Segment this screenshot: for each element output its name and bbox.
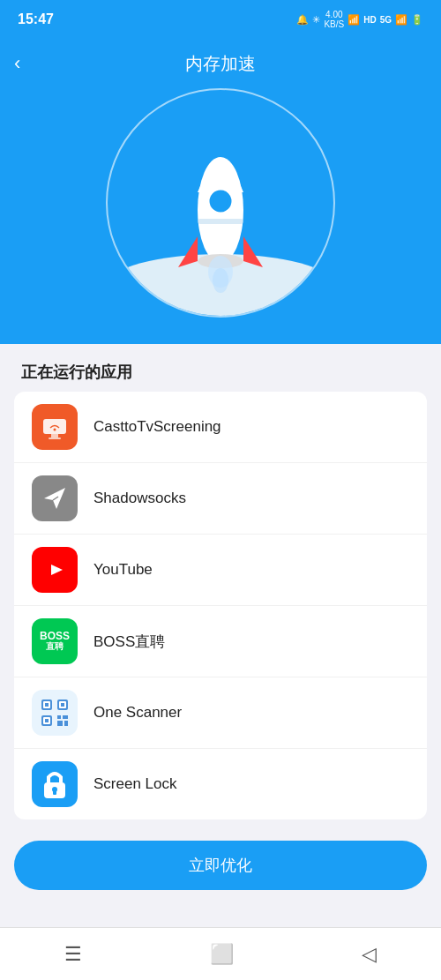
app-item-boss[interactable]: BOSS 直聘 BOSS直聘 — [14, 606, 427, 677]
nav-back-icon[interactable]: ◁ — [362, 943, 377, 966]
app-name-scanner: One Scanner — [93, 704, 182, 722]
network-speed: 4.00KB/S — [324, 10, 344, 29]
app-icon-youtube — [32, 547, 78, 593]
bluetooth-icon: ✳ — [312, 14, 320, 26]
back-button[interactable]: ‹ — [14, 52, 20, 75]
optimize-button[interactable]: 立即优化 — [14, 841, 427, 890]
svg-rect-6 — [198, 219, 243, 224]
svg-rect-9 — [49, 438, 61, 439]
app-name-boss: BOSS直聘 — [93, 632, 165, 652]
hero-circle — [106, 88, 335, 318]
5g-badge: 5G — [380, 15, 392, 25]
app-name-shadowsocks: Shadowsocks — [93, 490, 186, 507]
app-icon-castto — [32, 404, 78, 450]
rocket-container — [168, 131, 273, 298]
nav-home-icon[interactable]: ⬜ — [210, 943, 234, 966]
section-label: 正在运行的应用 — [0, 344, 441, 392]
app-item-youtube[interactable]: YouTube — [14, 535, 427, 606]
status-bar: 15:47 🔔 ✳ 4.00KB/S 📶 HD 5G 📶 🔋 — [0, 0, 441, 39]
svg-point-5 — [213, 268, 228, 293]
app-name-screenlock: Screen Lock — [93, 775, 177, 793]
nav-menu-icon[interactable]: ☰ — [64, 943, 82, 966]
svg-rect-24 — [63, 715, 68, 719]
app-item-scanner[interactable]: One Scanner — [14, 677, 427, 749]
app-icon-scanner — [32, 690, 78, 736]
app-icon-shadowsocks — [32, 475, 78, 521]
svg-rect-22 — [45, 719, 49, 722]
svg-rect-8 — [51, 434, 58, 438]
status-icons: 🔔 ✳ 4.00KB/S 📶 HD 5G 📶 🔋 — [296, 10, 423, 29]
app-list: CasttoTvScreening Shadowsocks YouTube BO… — [14, 392, 427, 819]
bell-icon: 🔔 — [296, 14, 309, 26]
svg-point-10 — [54, 429, 56, 431]
app-icon-screenlock — [32, 761, 78, 807]
svg-rect-29 — [53, 790, 56, 795]
svg-point-2 — [213, 194, 228, 208]
app-icon-boss: BOSS 直聘 — [32, 618, 78, 664]
hd-badge: HD — [363, 15, 376, 25]
svg-rect-26 — [64, 721, 68, 726]
app-name-castto: CasttoTvScreening — [93, 418, 221, 436]
app-item-screenlock[interactable]: Screen Lock — [14, 749, 427, 819]
svg-rect-19 — [61, 703, 64, 707]
svg-rect-23 — [57, 715, 61, 719]
app-name-youtube: YouTube — [93, 561, 153, 579]
svg-rect-16 — [45, 703, 49, 707]
signal-icon: 📶 — [395, 14, 407, 26]
svg-rect-7 — [43, 419, 66, 434]
wifi-icon: 📶 — [348, 14, 360, 26]
status-time: 15:47 — [18, 11, 54, 27]
app-item-shadowsocks[interactable]: Shadowsocks — [14, 463, 427, 535]
bottom-nav: ☰ ⬜ ◁ — [0, 927, 441, 980]
hero-section — [0, 88, 441, 344]
battery-icon: 🔋 — [411, 14, 423, 26]
app-item-castto[interactable]: CasttoTvScreening — [14, 392, 427, 463]
header: ‹ 内存加速 — [0, 39, 441, 88]
svg-rect-25 — [57, 721, 63, 726]
rocket-svg — [168, 131, 273, 298]
page-title: 内存加速 — [185, 52, 256, 76]
